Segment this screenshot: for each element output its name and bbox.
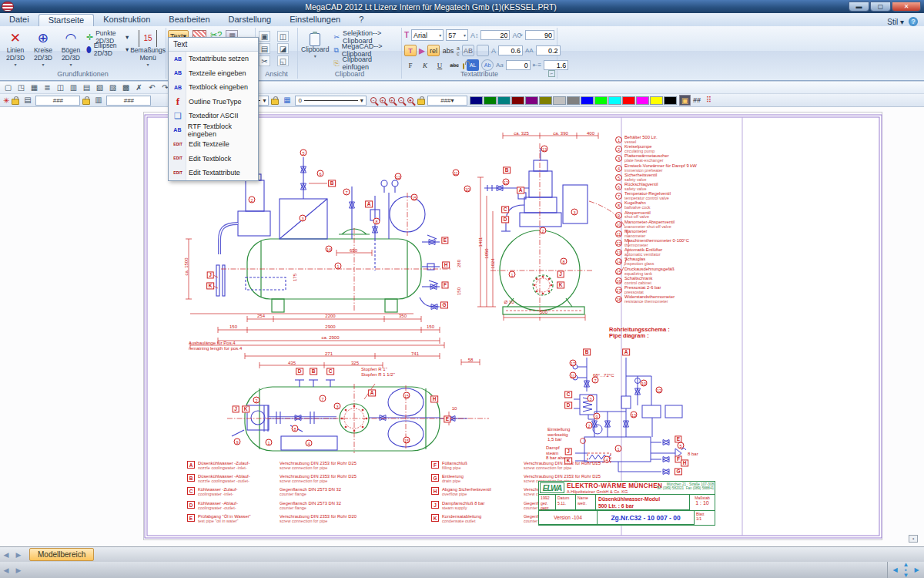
strikethrough-button[interactable]: abc <box>448 59 460 71</box>
canvas-corner-button[interactable]: ▪ <box>909 535 918 543</box>
ellipsen-button[interactable]: ⬮Ellipsen 2D/3D ▾ <box>85 43 130 55</box>
zoom-icon[interactable]: ● <box>407 97 413 103</box>
rel-button[interactable]: rel <box>427 45 440 56</box>
color-swatch[interactable] <box>497 96 511 105</box>
case-icon[interactable]: a c <box>457 45 460 56</box>
text-menu-item[interactable]: EDIT Edit Textblock <box>169 152 258 166</box>
bemassung-button[interactable]: 15 Bemaßungs Menü▾ <box>130 28 166 67</box>
color-swatch[interactable] <box>581 96 594 105</box>
frame-text-button[interactable]: AB <box>462 45 474 56</box>
export-icon[interactable]: ▤ <box>81 82 92 93</box>
delete-icon[interactable]: ✗ <box>133 82 145 93</box>
color-swatch[interactable] <box>553 96 566 105</box>
pen-combo[interactable]: ### ▾ <box>427 96 467 106</box>
load-attr-button[interactable]: Ab <box>481 59 494 71</box>
attr-lock-icon[interactable] <box>463 63 464 69</box>
copy-icon[interactable]: ▨ <box>107 82 119 93</box>
font-size-combo[interactable]: 57▾ <box>446 29 468 41</box>
ansicht-view-icon[interactable]: ▤ <box>259 43 270 54</box>
open-file-icon[interactable]: ◳ <box>15 82 27 93</box>
minimize-button[interactable]: ▬ <box>849 2 869 12</box>
megacad-logo-icon[interactable] <box>2 2 14 12</box>
layer-icon[interactable]: ▤ <box>22 95 33 106</box>
model-space-tab[interactable]: Modellbereich <box>29 548 94 561</box>
text-menu-item[interactable]: AB RTF Textblock eingeben <box>169 123 258 138</box>
pan-control[interactable]: ▲ ◀▪▶ ▼ <box>887 562 924 578</box>
linespace-field[interactable] <box>544 60 568 70</box>
text-insert-icon[interactable]: ▸ <box>419 43 425 58</box>
slant-field[interactable] <box>506 60 531 70</box>
color-swatch[interactable] <box>539 96 552 105</box>
text-height-field[interactable] <box>480 30 510 40</box>
undo-icon[interactable]: ↶ <box>146 82 158 93</box>
tab-help[interactable]: ? <box>350 14 373 26</box>
color-lock-icon[interactable] <box>417 99 425 105</box>
color-table-icon[interactable]: ⠿ <box>703 95 715 106</box>
italic-button[interactable]: K <box>419 59 431 71</box>
clipboard-big-button[interactable]: Clipboard▾ <box>301 31 329 69</box>
drawing-canvas[interactable]: 1 Behälter 500 Ltr.vessel 2 Kreiselpumpe… <box>0 107 924 546</box>
zoom-icon[interactable]: + <box>389 97 395 103</box>
color-swatch[interactable] <box>484 96 497 105</box>
color-swatch[interactable] <box>622 96 635 105</box>
text-menu-item[interactable]: AB Textattribute setzen <box>169 52 258 66</box>
group-combo[interactable]: ### <box>106 96 151 106</box>
ansicht-view-icon[interactable]: ✂ <box>259 55 270 66</box>
color-swatch[interactable] <box>511 96 524 105</box>
text-menu-item[interactable]: EDIT Edit Textzeile <box>169 137 258 152</box>
close-button[interactable]: ✕ <box>892 2 921 12</box>
bold-button[interactable]: F <box>404 59 417 71</box>
plot-icon[interactable]: ▥ <box>68 82 79 93</box>
paste-icon[interactable]: ▩ <box>120 82 132 93</box>
color-swatch[interactable] <box>636 96 649 105</box>
underline-button[interactable]: U <box>434 59 446 71</box>
zoom-icon[interactable]: - <box>370 97 377 103</box>
screen-color-icon[interactable]: ▣ <box>679 95 691 106</box>
text-angle-field[interactable] <box>525 30 554 40</box>
ansicht-view-icon[interactable]: ◫ <box>277 31 289 42</box>
selection-to-clipboard-button[interactable]: ✂Selejktion--> Clipboard <box>333 31 398 43</box>
pan-left-icon[interactable]: ◀ <box>890 567 901 573</box>
pan-right-icon[interactable]: ▶ <box>912 567 922 573</box>
tab-konstruktion[interactable]: Konstruktion <box>94 14 159 26</box>
import-icon[interactable]: ▧ <box>94 82 105 93</box>
kreise-button[interactable]: ⊕ Kreise 2D/3D▾ <box>29 28 57 67</box>
color-swatch[interactable] <box>567 96 580 105</box>
linestyle-lock-icon[interactable] <box>271 99 279 105</box>
megacad-to-clipboard-button[interactable]: ⧉MegaCAD--> Clipboard <box>333 44 398 56</box>
color-swatch[interactable] <box>594 96 608 105</box>
group-lock-icon[interactable] <box>82 99 90 105</box>
char-spacing-field[interactable] <box>536 45 561 55</box>
help-icon[interactable]: ? <box>909 17 918 26</box>
snap-icon[interactable]: ✳ <box>3 96 9 105</box>
status-prev-arrow[interactable]: ◀ <box>0 564 12 576</box>
color-swatch[interactable] <box>525 96 538 105</box>
clipboard-paste-button[interactable]: ⎘Clipboard einfügen <box>333 57 398 69</box>
status-next-arrow[interactable]: ▶ <box>12 564 25 576</box>
tab-einstellungen[interactable]: Einstellungen <box>280 14 350 26</box>
print-icon[interactable]: ≣ <box>42 82 53 93</box>
maximize-button[interactable]: ▢ <box>870 2 891 12</box>
text-box-button[interactable] <box>477 45 489 56</box>
char-width-field[interactable] <box>498 45 523 55</box>
textattribute-dialog-launcher[interactable]: ⌐ <box>548 70 555 77</box>
linewidth-combo[interactable]: 0▾ <box>295 96 366 106</box>
abs-button[interactable]: abs <box>442 45 454 56</box>
zoom-icon[interactable]: - <box>398 97 404 103</box>
text-menu-item[interactable]: AB Textblock eingeben <box>169 80 258 95</box>
pan-down-icon[interactable]: ▼ <box>901 573 912 578</box>
layer-combo[interactable]: ### <box>35 96 80 106</box>
color-swatch[interactable] <box>664 96 677 105</box>
color-swatch[interactable] <box>650 96 663 105</box>
tab-next-arrow[interactable]: ▶ <box>12 549 25 561</box>
font-family-combo[interactable]: Arial▾ <box>411 29 444 41</box>
text-mode-button[interactable]: T <box>404 45 417 56</box>
layer-lock-icon[interactable] <box>12 99 19 105</box>
tab-prev-arrow[interactable]: ◀ <box>0 549 12 561</box>
ansicht-view-icon[interactable]: ▣ <box>259 31 270 42</box>
tab-darstellung[interactable]: Darstellung <box>219 14 281 26</box>
tab-datei[interactable]: Datei <box>0 14 38 26</box>
ansicht-view-icon[interactable]: ◱ <box>277 55 289 66</box>
color-swatch[interactable] <box>470 96 483 105</box>
save-icon[interactable]: ▦ <box>28 82 40 93</box>
